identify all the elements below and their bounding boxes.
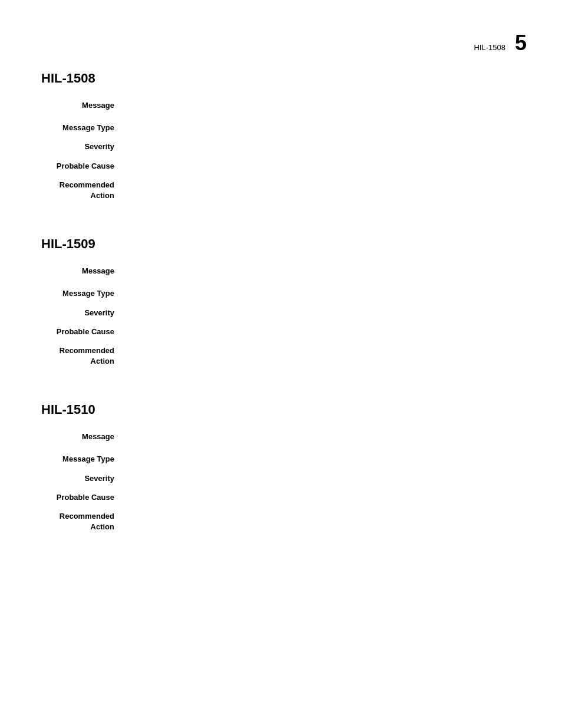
- field-label-hil-1508-2: Severity: [41, 141, 124, 152]
- field-label-hil-1509-3: Probable Cause: [41, 327, 124, 337]
- field-value-hil-1508-1: [124, 123, 527, 133]
- field-label-hil-1509-0: Message: [41, 266, 124, 276]
- field-row-hil-1508-3: Probable Cause: [41, 161, 527, 172]
- page-header: HIL-1508 5: [474, 32, 527, 54]
- field-value-hil-1509-3: [124, 327, 527, 337]
- field-value-hil-1509-0: [124, 266, 527, 276]
- field-row-hil-1508-4: RecommendedAction: [41, 180, 527, 201]
- field-value-hil-1510-3: [124, 492, 527, 503]
- field-label-hil-1510-3: Probable Cause: [41, 492, 124, 503]
- field-row-hil-1510-3: Probable Cause: [41, 492, 527, 503]
- field-value-hil-1509-1: [124, 288, 527, 299]
- field-value-hil-1509-4: [124, 345, 527, 367]
- field-value-hil-1510-1: [124, 454, 527, 465]
- field-row-hil-1508-0: Message: [41, 100, 527, 111]
- page-number: 5: [515, 32, 527, 54]
- field-label-hil-1509-4: RecommendedAction: [41, 345, 124, 367]
- header-title: HIL-1508: [474, 43, 505, 52]
- section-title-hil-1508: HIL-1508: [41, 71, 527, 86]
- field-label-hil-1508-4: RecommendedAction: [41, 180, 124, 201]
- field-row-hil-1509-4: RecommendedAction: [41, 345, 527, 367]
- section-hil-1509: HIL-1509MessageMessage TypeSeverityProba…: [41, 236, 527, 367]
- field-row-hil-1509-3: Probable Cause: [41, 327, 527, 337]
- section-hil-1510: HIL-1510MessageMessage TypeSeverityProba…: [41, 402, 527, 532]
- field-value-hil-1508-0: [124, 100, 527, 111]
- field-label-hil-1510-0: Message: [41, 431, 124, 442]
- field-label-hil-1509-2: Severity: [41, 308, 124, 318]
- field-label-hil-1508-3: Probable Cause: [41, 161, 124, 172]
- field-value-hil-1510-0: [124, 431, 527, 442]
- field-row-hil-1510-4: RecommendedAction: [41, 511, 527, 532]
- field-label-hil-1508-0: Message: [41, 100, 124, 111]
- field-row-hil-1508-2: Severity: [41, 141, 527, 152]
- field-value-hil-1509-2: [124, 308, 527, 318]
- field-label-hil-1509-1: Message Type: [41, 288, 124, 299]
- field-row-hil-1509-2: Severity: [41, 308, 527, 318]
- section-title-hil-1509: HIL-1509: [41, 236, 527, 252]
- field-value-hil-1508-4: [124, 180, 527, 201]
- field-label-hil-1508-1: Message Type: [41, 123, 124, 133]
- section-title-hil-1510: HIL-1510: [41, 402, 527, 417]
- field-row-hil-1510-1: Message Type: [41, 454, 527, 465]
- field-row-hil-1510-2: Severity: [41, 473, 527, 484]
- field-row-hil-1508-1: Message Type: [41, 123, 527, 133]
- section-hil-1508: HIL-1508MessageMessage TypeSeverityProba…: [41, 71, 527, 201]
- field-value-hil-1510-4: [124, 511, 527, 532]
- field-value-hil-1510-2: [124, 473, 527, 484]
- field-label-hil-1510-1: Message Type: [41, 454, 124, 465]
- field-label-hil-1510-2: Severity: [41, 473, 124, 484]
- field-row-hil-1510-0: Message: [41, 431, 527, 442]
- field-label-hil-1510-4: RecommendedAction: [41, 511, 124, 532]
- main-content: HIL-1508MessageMessage TypeSeverityProba…: [0, 0, 562, 532]
- field-value-hil-1508-2: [124, 141, 527, 152]
- field-row-hil-1509-1: Message Type: [41, 288, 527, 299]
- field-value-hil-1508-3: [124, 161, 527, 172]
- field-row-hil-1509-0: Message: [41, 266, 527, 276]
